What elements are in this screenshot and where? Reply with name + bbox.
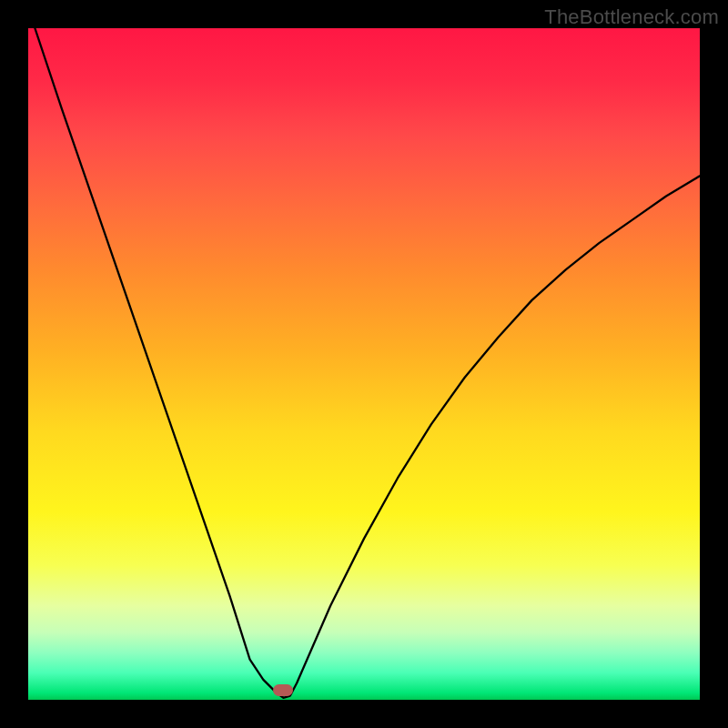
attribution-label: TheBottleneck.com <box>544 5 719 29</box>
curve-path <box>35 28 700 698</box>
bottleneck-curve <box>28 28 700 700</box>
chart-frame: TheBottleneck.com <box>0 0 728 728</box>
chart-plot-area <box>28 28 700 700</box>
optimum-marker <box>273 684 293 696</box>
